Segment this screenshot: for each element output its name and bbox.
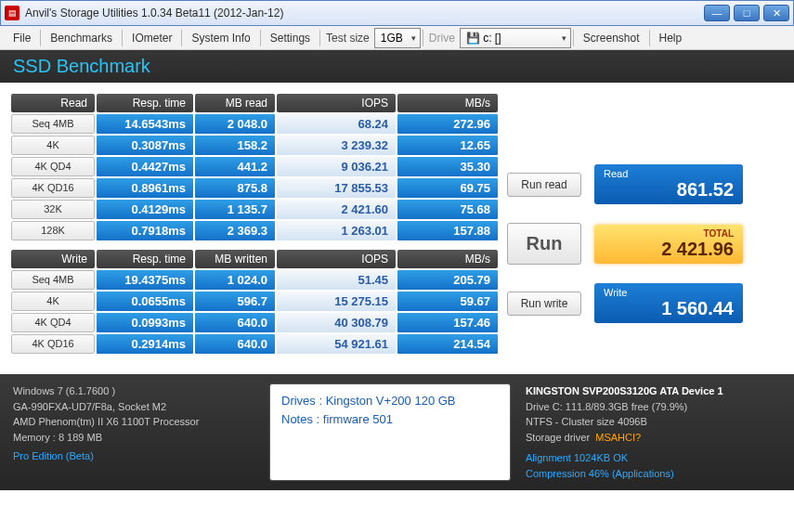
device-fs: NTFS - Cluster size 4096B: [526, 414, 781, 430]
app-icon: ▤: [5, 6, 20, 20]
menu-file[interactable]: File: [6, 29, 38, 47]
write-header-iops: IOPS: [277, 250, 396, 268]
read-mbs-cell: 75.68: [397, 200, 498, 219]
read-resp-cell: 0.4427ms: [97, 157, 193, 176]
read-iops-cell: 68.24: [277, 114, 396, 134]
read-mb-cell: 158.2: [195, 136, 275, 155]
read-row: 128K0.7918ms2 369.31 263.01157.88: [11, 221, 498, 240]
edition-link[interactable]: Pro Edition (Beta): [13, 448, 254, 464]
menu-iometer[interactable]: IOmeter: [124, 29, 179, 47]
write-mb-cell: 596.7: [195, 292, 275, 311]
write-mb-cell: 1 024.0: [195, 270, 275, 290]
write-mb-cell: 640.0: [195, 334, 275, 354]
write-mb-cell: 640.0: [195, 313, 275, 332]
run-button[interactable]: Run: [507, 223, 581, 265]
read-mb-cell: 875.8: [195, 178, 275, 198]
write-header-label: Write: [11, 250, 95, 268]
read-iops-cell: 9 036.21: [277, 157, 396, 176]
read-row: 4K0.3087ms158.23 239.3212.65: [11, 136, 498, 155]
write-mbs-cell: 157.46: [397, 313, 498, 332]
write-iops-cell: 54 921.61: [277, 334, 396, 354]
window-title: Anvil's Storage Utilities 1.0.34 Beta11 …: [25, 6, 704, 19]
read-header-mbs: MB/s: [397, 94, 498, 112]
read-row: 4K QD40.4427ms441.29 036.2135.30: [11, 157, 498, 176]
menu-settings[interactable]: Settings: [263, 29, 318, 47]
storage-driver-line: Storage driver MSAHCI?: [526, 430, 781, 446]
read-row-label: 32K: [11, 200, 95, 219]
maximize-button[interactable]: □: [734, 5, 760, 21]
read-row: 4K QD160.8961ms875.817 855.5369.75: [11, 178, 498, 198]
read-mbs-cell: 69.75: [397, 178, 498, 198]
read-resp-cell: 0.3087ms: [97, 136, 193, 155]
write-resp-cell: 0.0655ms: [97, 292, 193, 311]
test-size-label: Test size: [322, 32, 373, 45]
write-header-mb: MB written: [195, 250, 275, 268]
read-row-label: 4K QD16: [11, 178, 95, 198]
read-row-label: 128K: [11, 221, 95, 240]
device-capacity: Drive C: 111.8/89.3GB free (79.9%): [526, 399, 781, 415]
write-mbs-cell: 205.79: [397, 270, 498, 290]
read-header-mb: MB read: [195, 94, 275, 112]
menu-benchmarks[interactable]: Benchmarks: [43, 29, 120, 47]
menu-screenshot[interactable]: Screenshot: [576, 29, 647, 47]
test-size-combo[interactable]: 1GB: [374, 28, 421, 48]
read-mb-cell: 2 369.3: [195, 221, 275, 240]
read-mbs-cell: 157.88: [397, 221, 498, 240]
notes-box: Drives : Kingston V+200 120 GB Notes : f…: [269, 383, 511, 481]
read-header-resp: Resp. time: [97, 94, 193, 112]
write-score-box: Write 1 560.44: [594, 283, 743, 323]
cpu-line: AMD Phenom(tm) II X6 1100T Processor: [13, 414, 254, 430]
menu-help[interactable]: Help: [652, 29, 690, 47]
read-row-label: 4K: [11, 136, 95, 155]
read-iops-cell: 3 239.32: [277, 136, 396, 155]
read-header-label: Read: [11, 94, 95, 112]
write-row: 4K QD40.0993ms640.040 308.79157.46: [11, 313, 498, 332]
run-read-button[interactable]: Run read: [507, 173, 581, 197]
write-resp-cell: 0.0993ms: [97, 313, 193, 332]
write-row-label: 4K QD16: [11, 334, 95, 354]
write-resp-cell: 0.2914ms: [97, 334, 193, 354]
write-header-resp: Resp. time: [97, 250, 193, 268]
notes-line: Notes : firmware 501: [281, 410, 499, 429]
write-row: Seq 4MB19.4375ms1 024.051.45205.79: [11, 270, 498, 290]
system-info: Windows 7 (6.1.7600 ) GA-990FXA-UD7/F8a,…: [13, 383, 254, 481]
compression-link[interactable]: Compression 46% (Applications): [526, 466, 781, 482]
total-score-value: 2 421.96: [604, 239, 734, 260]
total-score-box: TOTAL 2 421.96: [594, 225, 743, 264]
read-score-label: Read: [604, 168, 734, 179]
device-name: KINGSTON SVP200S3120G ATA Device 1: [526, 383, 781, 399]
read-mbs-cell: 12.65: [397, 136, 498, 155]
drive-combo[interactable]: 💾 c: []: [460, 28, 571, 48]
write-row: 4K QD160.2914ms640.054 921.61214.54: [11, 334, 498, 354]
read-row-label: 4K QD4: [11, 157, 95, 176]
total-score-label: TOTAL: [604, 228, 734, 239]
drive-label: Drive: [425, 32, 459, 45]
os-line: Windows 7 (6.1.7600 ): [13, 383, 254, 399]
alignment-link[interactable]: Alignment 1024KB OK: [526, 450, 781, 466]
write-mbs-cell: 59.67: [397, 292, 498, 311]
menu-system-info[interactable]: System Info: [184, 29, 257, 47]
minimize-button[interactable]: —: [704, 5, 730, 21]
close-button[interactable]: ✕: [763, 5, 789, 21]
read-mb-cell: 441.2: [195, 157, 275, 176]
read-resp-cell: 0.4129ms: [97, 200, 193, 219]
mobo-line: GA-990FXA-UD7/F8a, Socket M2: [13, 399, 254, 415]
write-row-label: 4K: [11, 292, 95, 311]
read-row: 32K0.4129ms1 135.72 421.6075.68: [11, 200, 498, 219]
write-mbs-cell: 214.54: [397, 334, 498, 354]
write-iops-cell: 51.45: [277, 270, 396, 290]
write-iops-cell: 15 275.15: [277, 292, 396, 311]
read-mb-cell: 1 135.7: [195, 200, 275, 219]
read-mb-cell: 2 048.0: [195, 114, 275, 134]
footer: Windows 7 (6.1.7600 ) GA-990FXA-UD7/F8a,…: [0, 374, 794, 490]
write-resp-cell: 19.4375ms: [97, 270, 193, 290]
read-score-value: 861.52: [604, 179, 734, 201]
write-table: Write Resp. time MB written IOPS MB/s Se…: [11, 250, 498, 354]
write-iops-cell: 40 308.79: [277, 313, 396, 332]
read-score-box: Read 861.52: [594, 164, 743, 204]
drives-line: Drives : Kingston V+200 120 GB: [281, 392, 499, 410]
write-row-label: Seq 4MB: [11, 270, 95, 290]
run-write-button[interactable]: Run write: [507, 292, 581, 316]
write-header-mbs: MB/s: [397, 250, 498, 268]
write-score-label: Write: [604, 287, 734, 298]
